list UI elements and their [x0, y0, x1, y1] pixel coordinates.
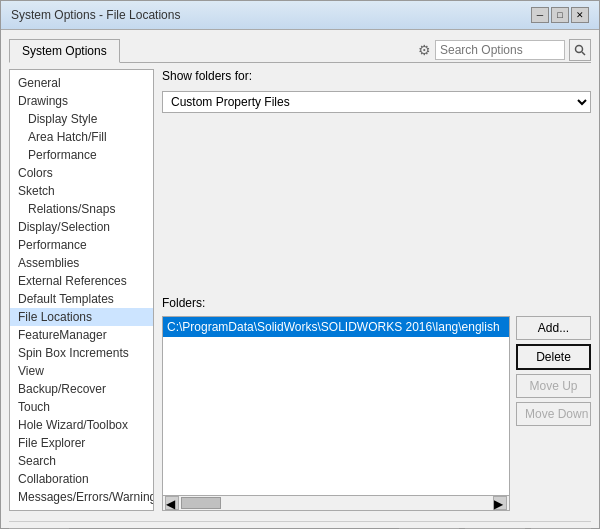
header-right: ⚙	[418, 39, 591, 61]
left-item-performance[interactable]: Performance	[10, 146, 153, 164]
maximize-button[interactable]: □	[551, 7, 569, 23]
scroll-left-btn[interactable]: ◀	[165, 496, 179, 510]
left-item-colors[interactable]: Colors	[10, 164, 153, 182]
left-item-area-hatch-fill[interactable]: Area Hatch/Fill	[10, 128, 153, 146]
left-item-file-locations[interactable]: File Locations	[10, 308, 153, 326]
left-item-performance[interactable]: Performance	[10, 236, 153, 254]
left-item-default-templates[interactable]: Default Templates	[10, 290, 153, 308]
scroll-right-btn[interactable]: ▶	[493, 496, 507, 510]
bottom-bar: Reset... OK Cancel Help	[9, 521, 591, 529]
left-item-sketch[interactable]: Sketch	[10, 182, 153, 200]
left-item-display-style[interactable]: Display Style	[10, 110, 153, 128]
left-item-touch[interactable]: Touch	[10, 398, 153, 416]
dialog-title: System Options - File Locations	[11, 8, 180, 22]
search-input[interactable]	[435, 40, 565, 60]
left-item-display-selection[interactable]: Display/Selection	[10, 218, 153, 236]
left-item-assemblies[interactable]: Assemblies	[10, 254, 153, 272]
left-item-search[interactable]: Search	[10, 452, 153, 470]
left-item-spin-box-increments[interactable]: Spin Box Increments	[10, 344, 153, 362]
horizontal-scrollbar[interactable]: ◀ ▶	[163, 495, 509, 510]
folders-label: Folders:	[162, 296, 591, 310]
close-button[interactable]: ✕	[571, 7, 589, 23]
left-item-hole-wizard-toolbox[interactable]: Hole Wizard/Toolbox	[10, 416, 153, 434]
tab-bar: System Options	[9, 38, 122, 62]
folders-area: C:\ProgramData\SolidWorks\SOLIDWORKS 201…	[162, 316, 591, 511]
add-button[interactable]: Add...	[516, 316, 591, 340]
svg-line-1	[582, 52, 585, 55]
left-item-collaboration[interactable]: Collaboration	[10, 470, 153, 488]
content-area: GeneralDrawingsDisplay StyleArea Hatch/F…	[9, 69, 591, 511]
right-panel: Show folders for: Custom Property Files …	[162, 69, 591, 511]
left-item-backup-recover[interactable]: Backup/Recover	[10, 380, 153, 398]
folders-list-container: C:\ProgramData\SolidWorks\SOLIDWORKS 201…	[162, 316, 510, 511]
move-up-button[interactable]: Move Up	[516, 374, 591, 398]
left-item-external-references[interactable]: External References	[10, 272, 153, 290]
tab-system-options[interactable]: System Options	[9, 39, 120, 63]
show-folders-row: Show folders for:	[162, 69, 591, 83]
folder-type-dropdown[interactable]: Custom Property Files	[162, 91, 591, 113]
search-icon	[574, 44, 586, 56]
dialog-window: System Options - File Locations ─ □ ✕ Sy…	[0, 0, 600, 529]
delete-button[interactable]: Delete	[516, 344, 591, 370]
title-bar: System Options - File Locations ─ □ ✕	[1, 1, 599, 30]
show-folders-label: Show folders for:	[162, 69, 252, 83]
side-buttons: Add... Delete Move Up Move Down	[516, 316, 591, 511]
left-item-general[interactable]: General	[10, 74, 153, 92]
left-item-messages-errors-warnings[interactable]: Messages/Errors/Warnings	[10, 488, 153, 506]
left-panel: GeneralDrawingsDisplay StyleArea Hatch/F…	[9, 69, 154, 511]
search-button[interactable]	[569, 39, 591, 61]
left-item-relations-snaps[interactable]: Relations/Snaps	[10, 200, 153, 218]
folder-item[interactable]: C:\ProgramData\SolidWorks\SOLIDWORKS 201…	[163, 317, 509, 337]
scroll-thumb[interactable]	[181, 497, 221, 509]
left-item-view[interactable]: View	[10, 362, 153, 380]
dialog-body: System Options ⚙ GeneralDrawingsDisplay …	[1, 30, 599, 529]
folders-list: C:\ProgramData\SolidWorks\SOLIDWORKS 201…	[163, 317, 509, 495]
gear-icon: ⚙	[418, 42, 431, 58]
dropdown-wrapper: Custom Property Files	[162, 91, 591, 286]
minimize-button[interactable]: ─	[531, 7, 549, 23]
move-down-button[interactable]: Move Down	[516, 402, 591, 426]
left-item-file-explorer[interactable]: File Explorer	[10, 434, 153, 452]
title-controls: ─ □ ✕	[531, 7, 589, 23]
svg-point-0	[576, 46, 583, 53]
left-item-drawings[interactable]: Drawings	[10, 92, 153, 110]
left-item-featuremanager[interactable]: FeatureManager	[10, 326, 153, 344]
